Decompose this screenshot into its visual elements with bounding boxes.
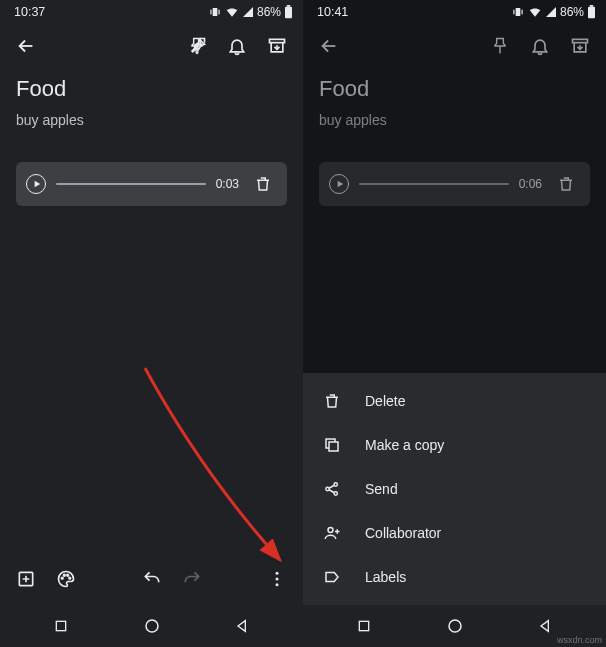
- svg-point-26: [328, 528, 333, 533]
- sheet-label: Send: [365, 481, 398, 497]
- sheet-label: Delete: [365, 393, 405, 409]
- audio-track[interactable]: [56, 183, 206, 185]
- vibrate-icon: [511, 5, 525, 19]
- play-button[interactable]: [26, 174, 46, 194]
- nav-home[interactable]: [122, 606, 182, 646]
- arrow-left-icon: [318, 35, 340, 57]
- toolbar: [303, 22, 606, 70]
- pin-icon: [187, 36, 207, 56]
- svg-rect-22: [329, 442, 338, 451]
- pin-icon: [490, 36, 510, 56]
- sheet-item-copy[interactable]: Make a copy: [303, 423, 606, 467]
- audio-chip: 0:03: [16, 162, 287, 206]
- note-title-input[interactable]: [16, 76, 287, 102]
- battery-percent: 86%: [257, 5, 281, 19]
- back-button[interactable]: [309, 26, 349, 66]
- nav-recents[interactable]: [334, 606, 394, 646]
- svg-point-8: [64, 574, 66, 576]
- note-content: buy apples 0:03: [0, 70, 303, 553]
- audio-track[interactable]: [359, 183, 509, 185]
- svg-rect-2: [218, 10, 219, 15]
- bell-icon: [227, 36, 247, 56]
- undo-button[interactable]: [132, 559, 172, 599]
- svg-rect-3: [285, 7, 292, 18]
- svg-rect-27: [359, 621, 368, 630]
- label-icon: [323, 568, 341, 586]
- audio-delete-button[interactable]: [249, 170, 277, 198]
- note-body[interactable]: buy apples: [16, 112, 287, 128]
- share-icon: [323, 480, 341, 498]
- watermark: wsxdn.com: [557, 635, 602, 645]
- redo-button[interactable]: [172, 559, 212, 599]
- reminder-button[interactable]: [217, 26, 257, 66]
- archive-icon: [570, 36, 590, 56]
- battery-percent: 86%: [560, 5, 584, 19]
- sheet-item-delete[interactable]: Delete: [303, 379, 606, 423]
- svg-rect-1: [210, 10, 211, 15]
- archive-icon: [267, 36, 287, 56]
- note-title-input[interactable]: [319, 76, 590, 102]
- nav-back[interactable]: [212, 606, 272, 646]
- plus-box-icon: [16, 569, 36, 589]
- audio-duration: 0:03: [216, 177, 239, 191]
- system-nav: [0, 605, 303, 647]
- palette-icon: [56, 569, 76, 589]
- archive-button[interactable]: [560, 26, 600, 66]
- more-button[interactable]: [257, 559, 297, 599]
- add-button[interactable]: [6, 559, 46, 599]
- sheet-item-collaborator[interactable]: Collaborator: [303, 511, 606, 555]
- nav-recents[interactable]: [31, 606, 91, 646]
- pin-button[interactable]: [480, 26, 520, 66]
- trash-icon: [557, 175, 575, 193]
- svg-point-11: [276, 572, 279, 575]
- pin-button[interactable]: [177, 26, 217, 66]
- trash-icon: [323, 392, 341, 410]
- bottom-sheet: Delete Make a copy Send Collaborator Lab…: [303, 373, 606, 605]
- undo-icon: [142, 569, 162, 589]
- wifi-icon: [225, 5, 239, 19]
- status-bar: 10:37 86%: [0, 0, 303, 22]
- play-icon: [33, 180, 41, 188]
- play-button[interactable]: [329, 174, 349, 194]
- copy-icon: [323, 436, 341, 454]
- triangle-left-icon: [537, 618, 553, 634]
- battery-icon: [284, 5, 293, 19]
- arrow-left-icon: [15, 35, 37, 57]
- nav-home[interactable]: [425, 606, 485, 646]
- palette-button[interactable]: [46, 559, 86, 599]
- svg-point-28: [449, 620, 461, 632]
- svg-rect-4: [287, 5, 291, 7]
- phone-right: 10:41 86% buy apples: [303, 0, 606, 647]
- signal-icon: [545, 6, 557, 18]
- phone-left: 10:37 86% buy apples: [0, 0, 303, 647]
- trash-icon: [254, 175, 272, 193]
- sheet-item-send[interactable]: Send: [303, 467, 606, 511]
- square-icon: [53, 618, 69, 634]
- svg-rect-19: [588, 7, 595, 18]
- svg-point-25: [334, 492, 337, 495]
- status-time: 10:41: [317, 5, 348, 19]
- vibrate-icon: [208, 5, 222, 19]
- triangle-left-icon: [234, 618, 250, 634]
- svg-point-10: [69, 577, 71, 579]
- circle-icon: [143, 617, 161, 635]
- svg-point-23: [326, 487, 329, 490]
- sheet-item-labels[interactable]: Labels: [303, 555, 606, 599]
- svg-rect-20: [590, 5, 594, 7]
- svg-point-9: [67, 574, 69, 576]
- circle-icon: [446, 617, 464, 635]
- audio-chip: 0:06: [319, 162, 590, 206]
- wifi-icon: [528, 5, 542, 19]
- audio-delete-button[interactable]: [552, 170, 580, 198]
- svg-rect-18: [521, 10, 522, 15]
- svg-rect-14: [56, 621, 65, 630]
- bell-icon: [530, 36, 550, 56]
- svg-rect-16: [516, 8, 521, 16]
- archive-button[interactable]: [257, 26, 297, 66]
- back-button[interactable]: [6, 26, 46, 66]
- person-add-icon: [323, 524, 341, 542]
- svg-point-24: [334, 483, 337, 486]
- note-body[interactable]: buy apples: [319, 112, 590, 128]
- reminder-button[interactable]: [520, 26, 560, 66]
- battery-icon: [587, 5, 596, 19]
